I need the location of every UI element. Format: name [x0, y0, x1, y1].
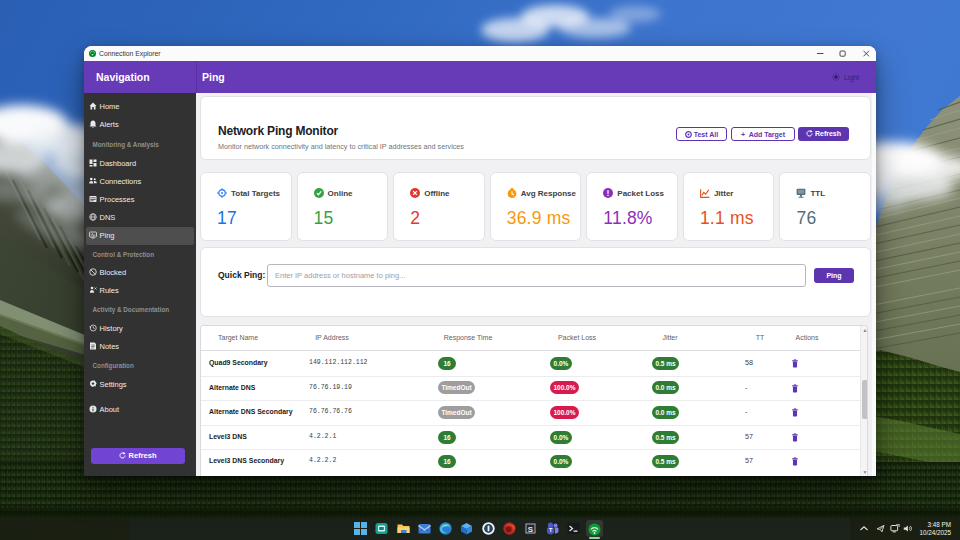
svg-text:S: S [528, 525, 534, 534]
